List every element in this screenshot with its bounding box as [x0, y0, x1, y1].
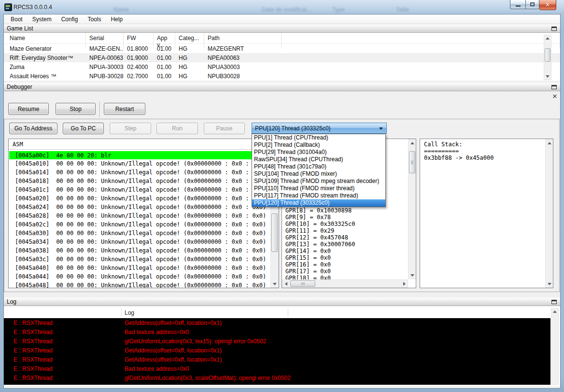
log-entry: E : RSXThreadglGetUniformLocation(0x3, t…	[4, 336, 550, 346]
scroll-up-icon	[410, 142, 414, 144]
thumb-grip	[301, 282, 305, 285]
thread-option[interactable]: PPU[110] Thread (FMOD mixer thread)	[252, 185, 385, 192]
log-table: Log E : RSXThreadGetAddress(offset=0xff,…	[4, 306, 560, 386]
game-list-table: Name Serial FW App v... Categ... Path Ma…	[4, 33, 560, 81]
run-button[interactable]: Run	[156, 123, 198, 134]
asm-panel: ASM [0045a00c] 4e 80 00 20: blr [0045a01…	[8, 139, 279, 288]
thread-selector-value: PPU[120] Thread (303325c0)	[255, 125, 331, 132]
log-panel-header: Log	[4, 297, 560, 306]
asm-line[interactable]: [0045a048] 00 00 00 00: Unknown/Illegal …	[15, 281, 271, 288]
game-list-scrollbar[interactable]	[544, 35, 551, 80]
asm-line[interactable]: [0045a020] 00 00 00 00: Unknown/Illegal …	[15, 194, 271, 203]
asm-line[interactable]: [0045a034] 00 00 00 00: Unknown/Illegal …	[15, 238, 271, 246]
menu-config[interactable]: Config	[56, 15, 83, 24]
asm-line[interactable]: [0045a02c] 00 00 00 00: Unknown/Illegal …	[15, 220, 271, 229]
scrollbar-thumb[interactable]	[409, 151, 415, 173]
menu-tools[interactable]: Tools	[83, 15, 106, 24]
ghost-column-name: Name	[113, 6, 129, 13]
game-list-panel-title: Game List	[7, 25, 33, 32]
menu-boot[interactable]: Boot	[6, 15, 28, 24]
game-row-maze-generator[interactable]: Maze GeneratorMAZE-GEN...01.800001.00HGM…	[4, 44, 560, 53]
call-stack-scrollbar[interactable]	[545, 139, 553, 288]
scroll-down-icon	[548, 283, 551, 285]
resume-button[interactable]: Resume	[8, 103, 49, 115]
asm-line[interactable]: [0045a010] 00 00 00 00: Unknown/Illegal …	[15, 159, 271, 168]
call-stack-text: Call Stack: ========== 0x3bbf88 -> 0x45a…	[424, 141, 494, 161]
thread-option[interactable]: PPU[117] Thread (FMOD stream thread)	[252, 192, 385, 199]
scrollbar-thumb[interactable]	[545, 48, 550, 62]
pause-button[interactable]: Pause	[204, 123, 245, 134]
game-list-panel-header: Game List	[4, 24, 560, 33]
log-entry: E : RSXThreadBad texture address=0x0	[4, 364, 550, 373]
game-list-float-icon[interactable]	[551, 27, 557, 31]
log-header-row: Log	[4, 307, 560, 318]
asm-line[interactable]: [0045a024] 00 00 00 00: Unknown/Illegal …	[15, 203, 271, 211]
scroll-down-icon	[546, 75, 550, 78]
thread-option[interactable]: SPU[104] Thread (FMOD mixer)	[252, 170, 385, 178]
game-row-riff[interactable]: Riff: Everyday Shooter™NPEA-0006301.9000…	[4, 53, 560, 62]
game-row-assault-heroes[interactable]: Assault Heroes ™NPUB-3002802.700001.00HG…	[4, 71, 560, 81]
chevron-down-icon	[379, 127, 383, 130]
thread-option[interactable]: PPU[48] Thread (301c79a0)	[252, 163, 385, 170]
restart-button[interactable]: Restart	[104, 103, 145, 115]
log-entry: E : RSXThreadGetAddress(offset=0xff, loc…	[4, 318, 550, 327]
asm-line[interactable]: [0045a014] 00 00 00 00: Unknown/Illegal …	[15, 168, 271, 177]
minimize-button[interactable]	[510, 0, 525, 9]
ghost-column-size: Taille	[396, 6, 409, 13]
scrollbar-thumb[interactable]	[271, 213, 278, 252]
thread-option[interactable]: SPU[109] Thread (FMOD mpeg stream decode…	[252, 178, 385, 185]
menu-system[interactable]: System	[28, 15, 56, 24]
asm-line[interactable]: [0045a028] 00 00 00 00: Unknown/Illegal …	[15, 211, 271, 220]
toolbar-separator	[99, 101, 100, 117]
scrollbar-thumb[interactable]	[290, 280, 315, 287]
scroll-up-icon	[546, 37, 550, 40]
thread-option[interactable]: RawSPU[34] Thread (CPUThread)	[252, 156, 385, 163]
ghost-column-type: Type	[332, 6, 345, 13]
game-row-zuma[interactable]: ZumaNPUA-3000302.400001.00HGNPUA30003	[4, 62, 560, 71]
rpcs3-window: RPCS3 0.0.0.4 Name Date de modificat... …	[0, 0, 564, 392]
menu-help[interactable]: Help	[106, 15, 127, 24]
registers-vscrollbar[interactable]	[408, 139, 416, 279]
debugger-close-button[interactable]: ✕	[550, 92, 559, 100]
log-entry: E : RSXThreadglGetUniformLocation(0x3, s…	[4, 373, 550, 382]
goto-pc-button[interactable]: Go To PC	[63, 123, 104, 134]
close-button[interactable]: ✕	[539, 0, 556, 10]
thread-option[interactable]: PPU[1] Thread (CPUThread)	[252, 134, 385, 141]
close-icon: ✕	[545, 1, 550, 8]
asm-current-line[interactable]: [0045a00c] 4e 80 00 20: blr	[9, 151, 270, 159]
window-title: RPCS3 0.0.0.4	[14, 4, 52, 11]
thread-option[interactable]: PPU[2] Thread (Callback)	[252, 141, 385, 149]
asm-line[interactable]: [0045a038] 00 00 00 00: Unknown/Illegal …	[15, 246, 271, 255]
log-scrollbar[interactable]	[551, 308, 559, 385]
asm-line[interactable]: [0045a040] 00 00 00 00: Unknown/Illegal …	[15, 264, 271, 272]
asm-line[interactable]: [0045a03c] 00 00 00 00: Unknown/Illegal …	[15, 255, 271, 264]
registers-list: GPR[8] = 0x10030898 GPR[9] = 0x78 GPR[10…	[285, 207, 355, 281]
maximize-button[interactable]	[525, 0, 539, 9]
stop-button[interactable]: Stop	[56, 103, 96, 115]
scroll-left-icon	[285, 282, 287, 286]
ghost-column-date: Date de modificat...	[262, 6, 311, 13]
app-icon	[4, 3, 12, 11]
scroll-down-icon	[273, 283, 277, 285]
registers-hscrollbar[interactable]	[282, 280, 408, 288]
asm-line[interactable]: [0045a01c] 00 00 00 00: Unknown/Illegal …	[15, 185, 271, 194]
log-float-icon[interactable]	[551, 300, 557, 304]
window-controls: ✕	[510, 0, 556, 10]
asm-listing: [0045a010] 00 00 00 00: Unknown/Illegal …	[15, 159, 271, 288]
thread-option[interactable]: PPU[29] Thread (301004a0)	[252, 149, 385, 156]
asm-panel-title: ASM	[13, 141, 23, 148]
step-button[interactable]: Step	[110, 123, 151, 134]
thread-selector-combobox[interactable]: PPU[120] Thread (303325c0)	[252, 123, 387, 134]
debugger-float-icon[interactable]	[551, 85, 557, 89]
asm-line[interactable]: [0045a044] 00 00 00 00: Unknown/Illegal …	[15, 272, 271, 281]
thumb-grip	[411, 161, 413, 164]
game-list-header-row: Name Serial FW App v... Categ... Path	[4, 33, 560, 44]
asm-line[interactable]: [0045a030] 00 00 00 00: Unknown/Illegal …	[15, 229, 271, 238]
log-column-header[interactable]: Log	[125, 309, 134, 316]
scroll-down-icon	[410, 274, 414, 277]
asm-line[interactable]: [0045a018] 00 00 00 00: Unknown/Illegal …	[15, 177, 271, 185]
log-output: E : RSXThreadGetAddress(offset=0xff, loc…	[4, 318, 550, 385]
goto-address-button[interactable]: Go To Address	[9, 123, 57, 134]
thread-option-selected[interactable]: PPU[120] Thread (303325c0)	[252, 199, 385, 207]
scroll-right-icon	[403, 282, 406, 286]
